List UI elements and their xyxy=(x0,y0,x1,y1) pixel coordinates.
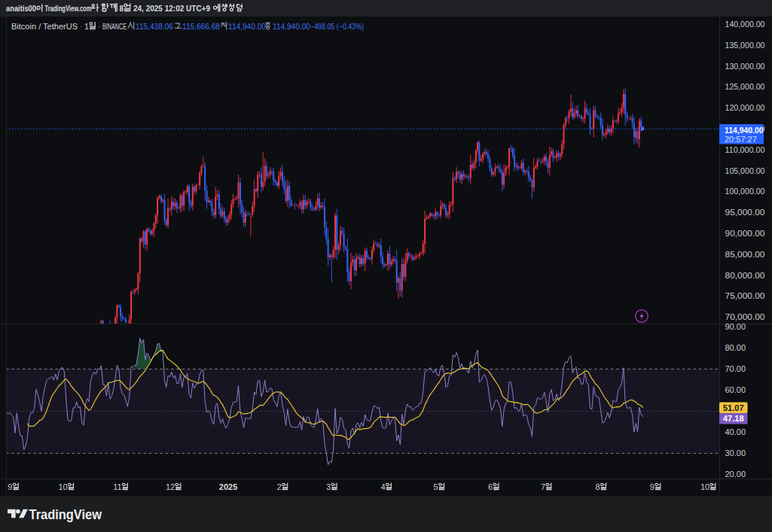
svg-text:BINANCE: BINANCE xyxy=(102,22,127,31)
svg-text:70,000.00: 70,000.00 xyxy=(725,312,765,321)
svg-text:120,000.00: 120,000.00 xyxy=(725,103,765,112)
svg-text:105,000.00: 105,000.00 xyxy=(725,166,765,175)
svg-text:114,940.00: 114,940.00 xyxy=(228,22,266,31)
svg-text:80,000.00: 80,000.00 xyxy=(725,271,765,280)
svg-text:11: 11 xyxy=(113,482,121,491)
svg-text:−498.05 (−0.43%): −498.05 (−0.43%) xyxy=(310,22,364,31)
svg-text:12: 12 xyxy=(166,482,175,491)
svg-text:115,666.68: 115,666.68 xyxy=(182,22,220,31)
svg-text:·: · xyxy=(98,22,101,31)
svg-text:10: 10 xyxy=(59,482,68,491)
svg-text:130,000.00: 130,000.00 xyxy=(725,62,765,71)
svg-text:24, 2025 12:02 UTC+9: 24, 2025 12:02 UTC+9 xyxy=(133,5,210,13)
svg-text:10: 10 xyxy=(700,482,709,491)
svg-text:47.18: 47.18 xyxy=(723,414,744,423)
svg-text:140,000.00: 140,000.00 xyxy=(725,20,765,29)
svg-text:85,000.00: 85,000.00 xyxy=(725,250,765,259)
svg-text:Bitcoin / TetherUS: Bitcoin / TetherUS xyxy=(11,22,78,31)
svg-text:1: 1 xyxy=(84,22,89,31)
svg-text:90,000.00: 90,000.00 xyxy=(725,229,765,238)
svg-text:TradingView.com: TradingView.com xyxy=(45,5,92,13)
svg-text:3: 3 xyxy=(326,482,331,491)
svg-text:114,940.00: 114,940.00 xyxy=(273,22,310,31)
svg-text:70.00: 70.00 xyxy=(725,364,746,373)
svg-text:125,000.00: 125,000.00 xyxy=(725,82,765,91)
svg-text:2025: 2025 xyxy=(219,482,237,491)
svg-text:8: 8 xyxy=(596,482,600,491)
svg-text:9: 9 xyxy=(650,482,655,491)
svg-text:TradingView: TradingView xyxy=(29,506,102,522)
svg-text:4: 4 xyxy=(381,482,386,491)
svg-text:75,000.00: 75,000.00 xyxy=(725,291,765,300)
svg-text:51.07: 51.07 xyxy=(723,403,744,412)
svg-text:110,000.00: 110,000.00 xyxy=(725,145,765,154)
svg-text:20:57:27: 20:57:27 xyxy=(725,135,757,144)
svg-text:95,000.00: 95,000.00 xyxy=(725,208,765,217)
svg-text:135,000.00: 135,000.00 xyxy=(725,41,765,50)
svg-text:80.00: 80.00 xyxy=(725,343,746,352)
svg-text:·: · xyxy=(80,22,83,31)
svg-text:60.00: 60.00 xyxy=(725,385,746,394)
svg-text:114,940.00: 114,940.00 xyxy=(725,126,764,135)
svg-text:40.00: 40.00 xyxy=(725,427,746,436)
svg-text:7: 7 xyxy=(541,482,545,491)
svg-text:6: 6 xyxy=(488,482,493,491)
svg-text:115,438.06: 115,438.06 xyxy=(136,22,173,31)
svg-text:9: 9 xyxy=(8,482,12,491)
svg-text:5: 5 xyxy=(434,482,438,491)
svg-text:30.00: 30.00 xyxy=(725,448,746,458)
svg-text:anaitis00: anaitis00 xyxy=(6,5,36,13)
svg-text:20.00: 20.00 xyxy=(725,470,746,479)
svg-text:90.00: 90.00 xyxy=(725,322,746,331)
svg-text:8: 8 xyxy=(120,5,124,13)
svg-text:100,000.00: 100,000.00 xyxy=(725,187,765,196)
svg-text:2: 2 xyxy=(277,482,282,491)
